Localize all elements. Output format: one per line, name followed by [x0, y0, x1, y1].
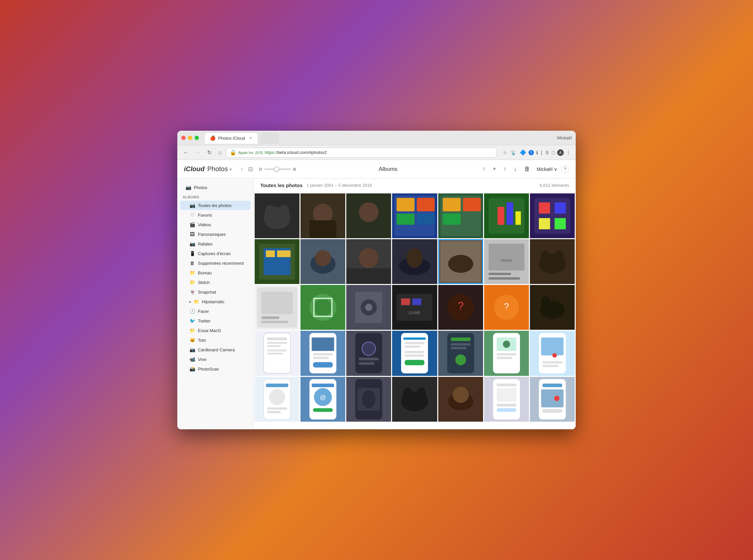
svg-rect-93: [312, 338, 334, 351]
info-button[interactable]: ℹ: [535, 149, 539, 156]
sidebar-item-favoris[interactable]: ♡ Favoris: [180, 210, 251, 220]
sidebar-item-twitter[interactable]: 🐦 Twitter: [180, 316, 251, 325]
minimize-button[interactable]: [188, 136, 192, 140]
back-button[interactable]: ←: [181, 148, 191, 157]
sidebar-item-supprimees[interactable]: 🗑 Supprimées récemment: [180, 258, 251, 268]
photo-cell[interactable]: News: [484, 239, 529, 284]
active-tab[interactable]: 🍎 Photos iCloud ✕: [204, 132, 258, 144]
sidebar-item-toutes[interactable]: 📷 Toutes les photos: [180, 201, 251, 210]
upload-button[interactable]: ↑: [480, 164, 488, 174]
sidebar-item-panoramiques[interactable]: 🖼 Panoramiques: [180, 229, 251, 239]
help-button[interactable]: ?: [561, 165, 569, 173]
sidebar-item-bureau[interactable]: 📁 Bureau: [180, 268, 251, 277]
cursor-icon[interactable]: |: [540, 149, 543, 156]
address-bar[interactable]: 🔒 Apple Inc. [US] https://beta.icloud.co…: [226, 148, 497, 158]
cast-icon[interactable]: 📡: [510, 149, 517, 156]
photo-cell[interactable]: [530, 377, 575, 422]
photo-cell[interactable]: [392, 331, 437, 376]
photo-cell[interactable]: [530, 285, 575, 330]
svg-rect-105: [405, 342, 424, 344]
sidebar-item-essai-macg[interactable]: 📁 Essai MacG: [180, 326, 251, 335]
photo-cell[interactable]: [530, 194, 575, 238]
photo-cell[interactable]: [346, 285, 391, 330]
sidebar-skitch-label: Skitch: [198, 280, 210, 285]
svg-rect-132: [267, 407, 287, 409]
photo-cell[interactable]: [255, 194, 300, 238]
photo-cell[interactable]: GAME: [392, 285, 437, 330]
user-menu[interactable]: Mickaël ∨: [537, 166, 557, 172]
photo-cell[interactable]: [301, 194, 345, 238]
close-button[interactable]: [181, 136, 186, 140]
sidebar-snapchat-label: Snapchat: [198, 289, 216, 295]
photo-cell[interactable]: [392, 194, 437, 238]
photo-cell[interactable]: [301, 331, 345, 376]
download-button[interactable]: ↓: [511, 164, 520, 174]
notification-badge[interactable]: 3: [528, 150, 534, 155]
photo-cell[interactable]: [255, 239, 300, 284]
sidebar-item-vine[interactable]: 📹 Vine: [180, 355, 251, 364]
photo-cell[interactable]: [255, 331, 300, 376]
share-button[interactable]: ↑: [501, 164, 509, 174]
sidebar-item-toto[interactable]: 🐱 Toto: [180, 335, 251, 345]
extension-gray[interactable]: □: [551, 149, 556, 156]
sidebar-item-rafales[interactable]: 📷 Rafales: [180, 239, 251, 248]
sidebar-item-photoscan[interactable]: 📸 PhotoScan: [180, 364, 251, 374]
photo-cell[interactable]: [438, 194, 483, 238]
zoom-in-icon: ⊞: [293, 167, 296, 172]
sidebar-item-photos[interactable]: 📷 Photos: [180, 183, 251, 192]
photo-cell[interactable]: [484, 377, 529, 422]
photo-cell[interactable]: [392, 377, 437, 422]
photo-cell[interactable]: ?: [484, 285, 529, 330]
sidebar-item-snapchat[interactable]: 👻 Snapchat: [180, 287, 251, 297]
photo-cell[interactable]: [301, 239, 345, 284]
svg-point-146: [403, 387, 413, 400]
sidebar-item-videos[interactable]: 🎬 Vidéos: [180, 220, 251, 229]
photo-cell[interactable]: [438, 377, 483, 422]
zoom-slider[interactable]: [264, 168, 291, 170]
svg-rect-104: [403, 338, 426, 340]
photo-cell[interactable]: [346, 331, 391, 376]
photo-cell[interactable]: [346, 194, 391, 238]
photo-cell[interactable]: [530, 239, 575, 284]
forward-button[interactable]: →: [193, 148, 202, 157]
svg-rect-28: [555, 202, 566, 214]
sidebar-videos-label: Vidéos: [198, 222, 211, 227]
photo-cell[interactable]: [346, 239, 391, 284]
columns-view-button[interactable]: ⊟: [246, 164, 255, 174]
extension-green[interactable]: 🔷: [519, 148, 527, 157]
sidebar-facer-label: Facer: [198, 309, 209, 314]
photo-cell[interactable]: [530, 331, 575, 376]
sidebar-item-cardboard-camera[interactable]: 📷 Cardboard Camera: [180, 345, 251, 354]
svg-rect-73: [412, 299, 421, 305]
photo-cell-selected[interactable]: [438, 239, 483, 284]
photo-cell[interactable]: ?: [438, 285, 483, 330]
photo-cell[interactable]: [392, 239, 437, 284]
photo-cell[interactable]: [255, 285, 300, 330]
skype-icon[interactable]: S: [544, 149, 549, 156]
photo-cell[interactable]: [301, 285, 345, 330]
sidebar-item-captures[interactable]: 📱 Captures d'écran: [180, 249, 251, 258]
photo-cell[interactable]: [438, 331, 483, 376]
refresh-button[interactable]: ↻: [205, 148, 213, 157]
logo-dropdown-icon[interactable]: ∨: [229, 167, 232, 172]
photo-cell[interactable]: [346, 377, 391, 422]
sidebar-item-hipstamatic[interactable]: ▶ 📁 Hipstamatic: [180, 297, 251, 306]
more-button[interactable]: ⋮: [565, 149, 572, 156]
bookmark-button[interactable]: ☆: [502, 149, 508, 156]
svg-rect-120: [497, 353, 516, 356]
back-nav-button[interactable]: ‹: [239, 164, 245, 174]
maximize-button[interactable]: [195, 136, 199, 140]
add-button[interactable]: +: [490, 164, 499, 174]
avatar-a[interactable]: A: [557, 149, 564, 156]
photo-cell[interactable]: [484, 194, 529, 238]
sidebar-item-facer[interactable]: 🕐 Facer: [180, 306, 251, 316]
svg-rect-88: [267, 345, 281, 347]
tab-close-button[interactable]: ✕: [249, 136, 252, 140]
home-button[interactable]: ⌂: [216, 148, 224, 157]
svg-rect-17: [443, 198, 461, 212]
delete-button[interactable]: 🗑: [522, 164, 533, 174]
photo-cell[interactable]: [255, 377, 300, 422]
photo-cell[interactable]: [484, 331, 529, 376]
photo-cell[interactable]: @: [301, 377, 345, 422]
sidebar-item-skitch[interactable]: 📁 Skitch: [180, 278, 251, 287]
